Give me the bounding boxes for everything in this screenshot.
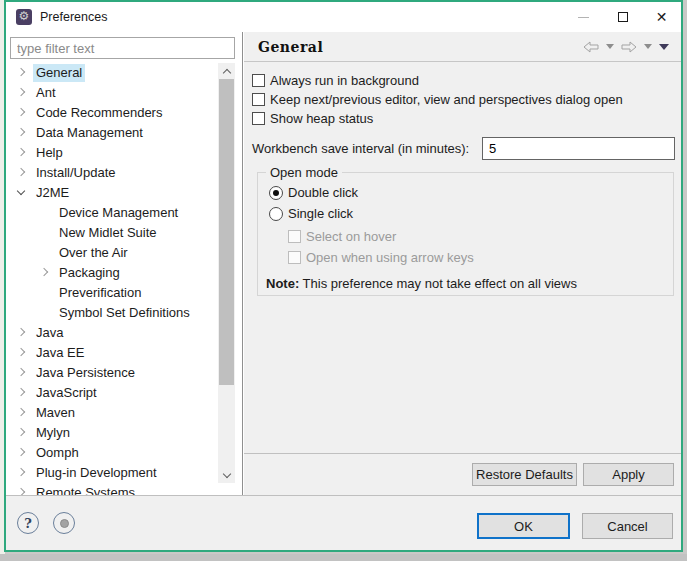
tree-item-help[interactable]: Help [6, 143, 218, 163]
tree-item-label: Device Management [56, 204, 181, 222]
view-menu-icon[interactable] [659, 44, 669, 50]
filter-input[interactable] [10, 37, 235, 59]
checkbox-row-show-heap-status[interactable]: Show heap status [252, 111, 373, 126]
close-button[interactable]: ✕ [642, 2, 681, 32]
chevron-right-icon[interactable] [17, 108, 25, 116]
tree-item-javascript[interactable]: JavaScript [6, 383, 218, 403]
forward-arrow-icon[interactable] [621, 41, 637, 53]
tree-item-java-ee[interactable]: Java EE [6, 343, 218, 363]
checkbox-label: Always run in background [270, 73, 419, 88]
record-icon [60, 519, 69, 528]
window-title: Preferences [40, 10, 107, 24]
chevron-right-icon[interactable] [17, 88, 25, 96]
scroll-up-button[interactable] [218, 63, 235, 79]
tree-item-mylyn[interactable]: Mylyn [6, 423, 218, 443]
tree-item-preverification[interactable]: Preverification [6, 283, 218, 303]
tree-scrollbar[interactable] [218, 63, 235, 483]
tree-item-j2me[interactable]: J2ME [6, 183, 218, 203]
tree-item-label: Oomph [33, 444, 82, 462]
checkbox-row-keep-editor-dialog-open[interactable]: Keep next/previous editor, view and pers… [252, 92, 623, 107]
chevron-right-icon[interactable] [40, 268, 48, 276]
tree-item-label: Over the Air [56, 244, 131, 262]
tree-item-label: Data Management [33, 124, 146, 142]
help-button[interactable]: ? [17, 512, 39, 534]
preferences-dialog: ⚙ Preferences ✕ GeneralAntCode Recommend… [4, 0, 683, 552]
question-mark-icon: ? [24, 516, 32, 531]
checkbox[interactable] [252, 93, 265, 106]
chevron-down-icon [222, 469, 230, 477]
tree-item-remote-systems[interactable]: Remote Systems [6, 483, 218, 495]
radio-button[interactable] [269, 207, 283, 221]
chevron-right-icon[interactable] [17, 408, 25, 416]
tree-item-label: Maven [33, 404, 78, 422]
save-interval-label: Workbench save interval (in minutes): [252, 141, 469, 156]
tree-item-label: J2ME [33, 184, 72, 202]
apply-button[interactable]: Apply [583, 463, 674, 486]
chevron-right-icon[interactable] [17, 488, 25, 495]
note-label: Note: [266, 276, 299, 291]
title-bar[interactable]: ⚙ Preferences ✕ [6, 2, 681, 32]
open-mode-radio-1[interactable]: Single click [269, 206, 353, 221]
tree-item-label: Mylyn [33, 424, 73, 442]
tree-item-device-management[interactable]: Device Management [6, 203, 218, 223]
ok-button[interactable]: OK [477, 513, 570, 539]
restore-defaults-button[interactable]: Restore Defaults [472, 463, 577, 486]
chevron-right-icon[interactable] [17, 328, 25, 336]
tree-item-label: Plug-in Development [33, 464, 160, 482]
tree-item-label: Help [33, 144, 66, 162]
chevron-down-icon[interactable] [17, 187, 25, 195]
radio-button[interactable] [269, 186, 283, 200]
open-mode-group: Open mode Double click Single click Sele… [257, 172, 674, 296]
checkbox[interactable] [252, 112, 265, 125]
preference-recorder-button[interactable] [53, 512, 75, 534]
checkbox [288, 230, 301, 243]
radio-label: Single click [288, 206, 353, 221]
chevron-right-icon[interactable] [17, 368, 25, 376]
tree-item-plug-in-development[interactable]: Plug-in Development [6, 463, 218, 483]
tree-item-packaging[interactable]: Packaging [6, 263, 218, 283]
checkbox[interactable] [252, 74, 265, 87]
scroll-down-button[interactable] [218, 467, 235, 483]
general-preferences-page: General Always run in background [244, 32, 681, 495]
buttons-divider [244, 453, 681, 454]
tree-item-over-the-air[interactable]: Over the Air [6, 243, 218, 263]
tree-item-symbol-set-definitions[interactable]: Symbol Set Definitions [6, 303, 218, 323]
maximize-icon [618, 12, 628, 22]
page-header: General [244, 32, 681, 62]
back-history-dropdown-icon[interactable] [606, 44, 614, 49]
chevron-right-icon[interactable] [17, 388, 25, 396]
tree-item-label: Packaging [56, 264, 123, 282]
tree-item-oomph[interactable]: Oomph [6, 443, 218, 463]
open-mode-radio-0[interactable]: Double click [269, 185, 358, 200]
chevron-right-icon[interactable] [17, 468, 25, 476]
scrollbar-thumb[interactable] [219, 79, 234, 385]
maximize-button[interactable] [603, 2, 642, 32]
chevron-right-icon[interactable] [17, 348, 25, 356]
tree-item-java-persistence[interactable]: Java Persistence [6, 363, 218, 383]
chevron-right-icon[interactable] [17, 168, 25, 176]
back-arrow-icon[interactable] [583, 41, 599, 53]
forward-history-dropdown-icon[interactable] [644, 44, 652, 49]
tree-item-ant[interactable]: Ant [6, 83, 218, 103]
tree-item-label: Code Recommenders [33, 104, 165, 122]
chevron-right-icon[interactable] [17, 68, 25, 76]
checkbox-label: Show heap status [270, 111, 373, 126]
tree-item-java[interactable]: Java [6, 323, 218, 343]
tree-item-general[interactable]: General [6, 63, 218, 83]
page-title: General [258, 39, 323, 55]
save-interval-input[interactable] [482, 137, 675, 160]
tree-item-data-management[interactable]: Data Management [6, 123, 218, 143]
tree-item-install-update[interactable]: Install/Update [6, 163, 218, 183]
tree-item-maven[interactable]: Maven [6, 403, 218, 423]
tree-item-label: Install/Update [33, 164, 119, 182]
checkbox-row-always-run-in-background[interactable]: Always run in background [252, 73, 419, 88]
chevron-right-icon[interactable] [17, 128, 25, 136]
tree-item-new-midlet-suite[interactable]: New Midlet Suite [6, 223, 218, 243]
cancel-button[interactable]: Cancel [582, 513, 673, 539]
tree-item-code-recommenders[interactable]: Code Recommenders [6, 103, 218, 123]
chevron-up-icon [222, 68, 230, 76]
chevron-right-icon[interactable] [17, 428, 25, 436]
open-mode-legend: Open mode [266, 165, 342, 180]
chevron-right-icon[interactable] [17, 148, 25, 156]
chevron-right-icon[interactable] [17, 448, 25, 456]
